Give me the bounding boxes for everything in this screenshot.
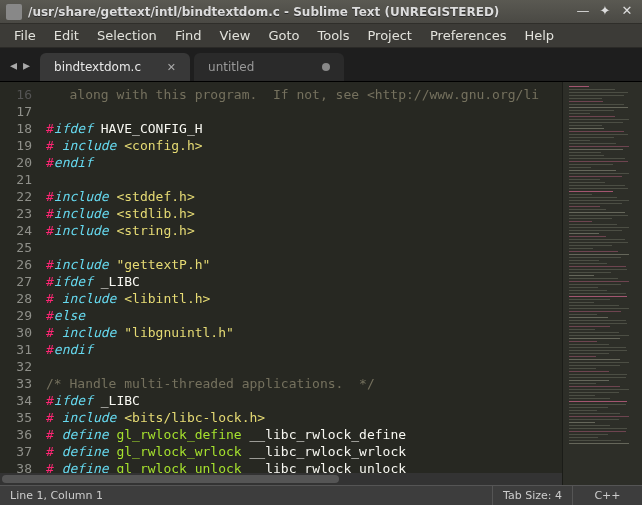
forward-button[interactable]: ▸ [23,57,30,73]
app-icon [6,4,22,20]
code-editor[interactable]: along with this program. If not, see <ht… [40,82,562,485]
code-line: #include "gettextP.h" [46,256,562,273]
menu-tools[interactable]: Tools [309,26,357,45]
code-line: #endif [46,341,562,358]
menu-edit[interactable]: Edit [46,26,87,45]
menu-preferences[interactable]: Preferences [422,26,514,45]
line-number: 31 [0,341,32,358]
line-number: 26 [0,256,32,273]
tab-bar: ◂ ▸ bindtextdom.c✕untitled [0,48,642,82]
line-number: 37 [0,443,32,460]
line-number: 21 [0,171,32,188]
horizontal-scrollbar[interactable] [0,473,562,485]
line-number: 25 [0,239,32,256]
status-syntax[interactable]: C++ [572,486,642,505]
menu-goto[interactable]: Goto [260,26,307,45]
status-position[interactable]: Line 1, Column 1 [0,486,492,505]
menu-bar: FileEditSelectionFindViewGotoToolsProjec… [0,24,642,48]
menu-project[interactable]: Project [359,26,419,45]
code-line: #include <string.h> [46,222,562,239]
code-line: #include <stddef.h> [46,188,562,205]
window-minimize-button[interactable]: — [574,4,592,20]
tab-label: untitled [208,60,254,74]
line-number: 18 [0,120,32,137]
code-line: /* Handle multi-threaded applications. *… [46,375,562,392]
window-close-button[interactable]: ✕ [618,4,636,20]
line-number: 32 [0,358,32,375]
code-line: # define gl_rwlock_define __libc_rwlock_… [46,426,562,443]
line-number: 29 [0,307,32,324]
line-number: 22 [0,188,32,205]
window-titlebar: /usr/share/gettext/intl/bindtextdom.c - … [0,0,642,24]
tab-bindtextdom-c[interactable]: bindtextdom.c✕ [40,53,190,81]
code-line: #else [46,307,562,324]
menu-find[interactable]: Find [167,26,210,45]
code-line [46,358,562,375]
code-line: # include <libintl.h> [46,290,562,307]
menu-selection[interactable]: Selection [89,26,165,45]
code-line: # include <bits/libc-lock.h> [46,409,562,426]
line-number: 28 [0,290,32,307]
code-line [46,103,562,120]
menu-view[interactable]: View [212,26,259,45]
back-button[interactable]: ◂ [10,57,17,73]
line-number: 24 [0,222,32,239]
history-nav: ◂ ▸ [0,57,40,81]
menu-help[interactable]: Help [516,26,562,45]
minimap[interactable] [562,82,642,485]
tab-close-icon[interactable]: ✕ [167,61,176,74]
code-line: #include <stdlib.h> [46,205,562,222]
dirty-indicator-icon [322,63,330,71]
code-line: # include "libgnuintl.h" [46,324,562,341]
window-title: /usr/share/gettext/intl/bindtextdom.c - … [28,5,570,19]
menu-file[interactable]: File [6,26,44,45]
horizontal-scrollbar-thumb[interactable] [2,475,339,483]
line-number: 35 [0,409,32,426]
line-number-gutter: 1617181920212223242526272829303132333435… [0,82,40,485]
line-number: 27 [0,273,32,290]
line-number: 30 [0,324,32,341]
editor-area: 1617181920212223242526272829303132333435… [0,82,642,485]
line-number: 20 [0,154,32,171]
code-line: #ifdef _LIBC [46,273,562,290]
line-number: 34 [0,392,32,409]
code-line: # include <config.h> [46,137,562,154]
code-line: # define gl_rwlock_wrlock __libc_rwlock_… [46,443,562,460]
tab-label: bindtextdom.c [54,60,141,74]
status-tabsize[interactable]: Tab Size: 4 [492,486,572,505]
line-number: 17 [0,103,32,120]
window-maximize-button[interactable]: ✦ [596,4,614,20]
status-bar: Line 1, Column 1 Tab Size: 4 C++ [0,485,642,505]
line-number: 33 [0,375,32,392]
code-line: #ifdef HAVE_CONFIG_H [46,120,562,137]
code-line: along with this program. If not, see <ht… [46,86,562,103]
code-line: #ifdef _LIBC [46,392,562,409]
tab-untitled[interactable]: untitled [194,53,344,81]
line-number: 19 [0,137,32,154]
code-line: #endif [46,154,562,171]
line-number: 16 [0,86,32,103]
code-line [46,171,562,188]
line-number: 36 [0,426,32,443]
code-line [46,239,562,256]
line-number: 23 [0,205,32,222]
